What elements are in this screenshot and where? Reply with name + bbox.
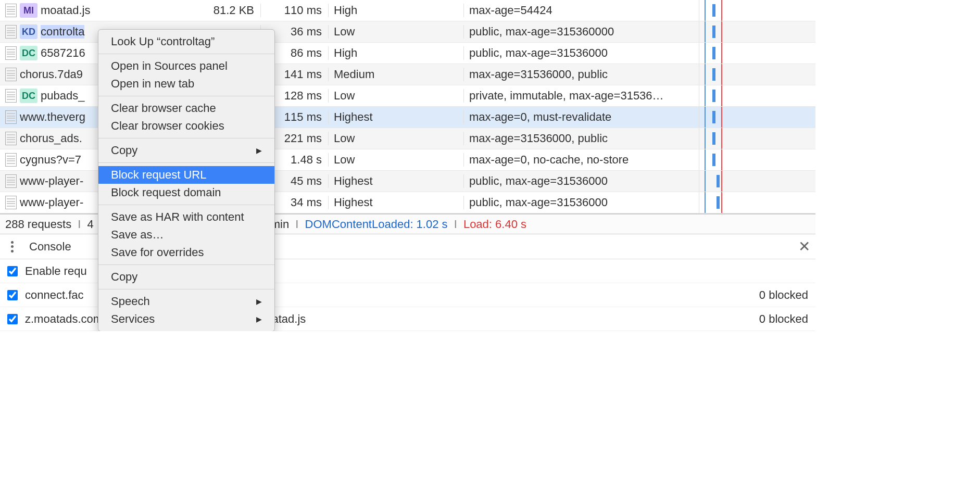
menu-services-submenu[interactable]: Services▶	[98, 310, 274, 328]
menu-speech-submenu[interactable]: Speech▶	[98, 293, 274, 310]
priority-cell: Highest	[328, 196, 463, 209]
cache-control-cell: max-age=31536000, public	[463, 68, 699, 81]
pattern-url: connect.fac	[25, 288, 84, 302]
waterfall-cell	[699, 85, 815, 106]
priority-cell: Highest	[328, 110, 463, 124]
document-icon	[5, 132, 17, 145]
initiator-badge: MI	[20, 3, 37, 18]
waterfall-cell	[699, 128, 815, 149]
blocked-count: 0 blocked	[759, 312, 808, 326]
initiator-badge: KD	[20, 24, 37, 39]
menu-open-new-tab[interactable]: Open in new tab	[98, 75, 274, 93]
chevron-right-icon: ▶	[256, 315, 262, 323]
request-name: chorus.7da9	[20, 68, 83, 81]
cache-control-cell: public, max-age=31536000	[463, 174, 699, 188]
close-icon[interactable]: ✕	[798, 238, 810, 255]
request-name: www.theverg	[20, 110, 85, 124]
menu-save-har[interactable]: Save as HAR with content	[98, 208, 274, 226]
cache-control-cell: public, max-age=31536000	[463, 196, 699, 209]
menu-save-as[interactable]: Save as…	[98, 226, 274, 244]
menu-copy[interactable]: Copy	[98, 268, 274, 286]
chevron-right-icon: ▶	[256, 146, 262, 155]
pattern-checkbox[interactable]	[7, 290, 18, 300]
pattern-checkbox[interactable]	[7, 314, 18, 324]
kebab-menu-icon[interactable]	[5, 240, 19, 254]
request-name: 6587216	[41, 46, 85, 60]
priority-cell: Low	[328, 153, 463, 167]
priority-cell: Low	[328, 25, 463, 39]
request-name: www-player-	[20, 196, 83, 209]
priority-cell: Low	[328, 89, 463, 103]
time-cell: 110 ms	[260, 4, 328, 17]
size-cell: 81.2 KB	[156, 4, 260, 17]
waterfall-cell	[699, 192, 815, 213]
waterfall-cell	[699, 149, 815, 170]
priority-cell: Low	[328, 132, 463, 145]
menu-save-overrides[interactable]: Save for overrides	[98, 244, 274, 261]
menu-lookup[interactable]: Look Up “controltag”	[98, 33, 274, 50]
priority-cell: High	[328, 4, 463, 17]
cache-control-cell: max-age=31536000, public	[463, 132, 699, 145]
document-icon	[5, 4, 17, 17]
drawer-tab-console[interactable]: Console	[29, 240, 71, 254]
cache-control-cell: public, max-age=31536000	[463, 46, 699, 60]
waterfall-cell	[699, 107, 815, 128]
menu-open-sources[interactable]: Open in Sources panel	[98, 57, 274, 75]
blocked-count: 0 blocked	[759, 288, 808, 302]
waterfall-cell	[699, 43, 815, 64]
domcontentloaded-label: DOMContentLoaded: 1.02 s	[305, 218, 448, 231]
menu-clear-cookies[interactable]: Clear browser cookies	[98, 117, 274, 135]
requests-count: 288 requests	[5, 218, 71, 231]
initiator-badge: DC	[20, 89, 37, 103]
request-name: cygnus?v=7	[20, 153, 81, 167]
waterfall-cell	[699, 0, 815, 21]
request-name: www-player-	[20, 174, 83, 188]
waterfall-cell	[699, 21, 815, 42]
cache-control-cell: max-age=0, must-revalidate	[463, 110, 699, 124]
table-row[interactable]: MImoatad.js81.2 KB110 msHighmax-age=5442…	[0, 0, 815, 21]
waterfall-cell	[699, 171, 815, 192]
cache-control-cell: private, immutable, max-age=31536…	[463, 89, 699, 103]
menu-block-url[interactable]: Block request URL	[98, 166, 274, 184]
request-name: controlta	[41, 25, 84, 39]
document-icon	[5, 174, 17, 188]
request-name: chorus_ads.	[20, 132, 82, 145]
context-menu[interactable]: Look Up “controltag” Open in Sources pan…	[98, 29, 275, 331]
waterfall-cell	[699, 64, 815, 85]
document-icon	[5, 110, 17, 124]
priority-cell: Medium	[328, 68, 463, 81]
status-fragment: 4	[87, 218, 94, 231]
menu-block-domain[interactable]: Block request domain	[98, 184, 274, 201]
cache-control-cell: public, max-age=315360000	[463, 25, 699, 39]
document-icon	[5, 153, 17, 167]
enable-blocking-label: Enable requ	[25, 264, 87, 278]
load-label: Load: 6.40 s	[463, 218, 526, 231]
cache-control-cell: max-age=0, no-cache, no-store	[463, 153, 699, 167]
menu-clear-cache[interactable]: Clear browser cache	[98, 99, 274, 117]
menu-copy-submenu[interactable]: Copy▶	[98, 142, 274, 159]
request-name: moatad.js	[41, 4, 90, 17]
priority-cell: Highest	[328, 174, 463, 188]
document-icon	[5, 25, 17, 39]
document-icon	[5, 196, 17, 209]
cache-control-cell: max-age=54424	[463, 4, 699, 17]
priority-cell: High	[328, 46, 463, 60]
document-icon	[5, 89, 17, 103]
chevron-right-icon: ▶	[256, 297, 262, 306]
enable-blocking-checkbox[interactable]	[7, 266, 18, 276]
initiator-badge: DC	[20, 46, 37, 60]
request-name: pubads_	[41, 89, 84, 103]
document-icon	[5, 46, 17, 60]
document-icon	[5, 68, 17, 81]
